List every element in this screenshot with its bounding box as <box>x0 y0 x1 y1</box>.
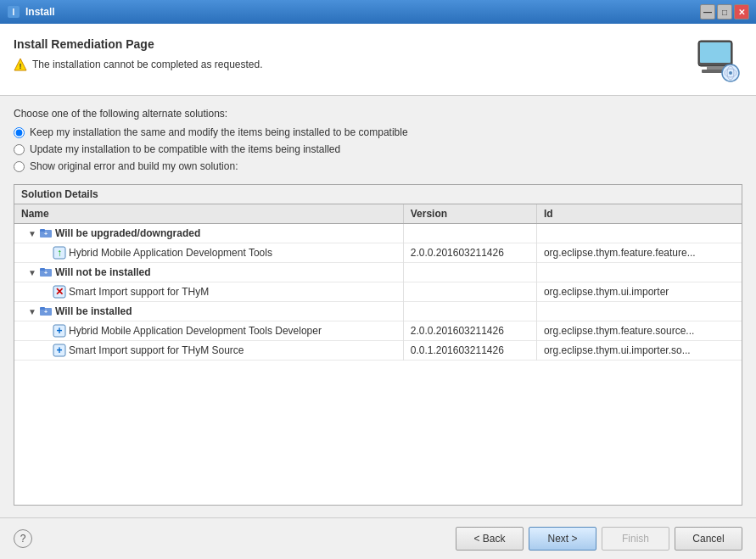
content-section: Choose one of the following alternate so… <box>0 96 756 517</box>
expand-icon: ▼ <box>28 268 36 277</box>
row-id <box>536 224 742 243</box>
svg-point-11 <box>729 71 732 75</box>
footer-buttons: < Back Next > Finish Cancel <box>456 527 742 551</box>
radio-option-3[interactable]: Show original error and build my own sol… <box>14 160 742 172</box>
solution-details-box: Solution Details Name Version Id ▼ <box>14 184 742 506</box>
radio-input-2[interactable] <box>14 144 25 155</box>
warning-message: The installation cannot be completed as … <box>32 59 263 70</box>
radio-input-1[interactable] <box>14 127 25 138</box>
tree-table[interactable]: Name Version Id ▼ + Will be upgraded/dow… <box>14 204 742 505</box>
warning-row: ! The installation cannot be completed a… <box>14 58 695 71</box>
spacer <box>42 249 50 258</box>
maximize-button[interactable]: □ <box>717 4 732 20</box>
install-icon: + <box>53 324 66 338</box>
radio-option-1[interactable]: Keep my installation the same and modify… <box>14 126 742 138</box>
row-version: 2.0.0.201603211426 <box>403 321 536 341</box>
title-bar-text: Install <box>25 6 55 18</box>
finish-button[interactable]: Finish <box>602 527 669 551</box>
svg-text:+: + <box>56 344 62 356</box>
row-id: org.eclipse.thym.ui.importer.so... <box>536 341 742 361</box>
header-graphic <box>695 37 742 85</box>
svg-rect-5 <box>700 42 731 63</box>
upgrade-icon: ↑ <box>53 246 66 260</box>
row-version: 2.0.0.201603211426 <box>403 243 536 263</box>
row-version: 0.0.1.201603211426 <box>403 341 536 361</box>
row-name: Hybrid Mobile Application Development To… <box>69 247 272 259</box>
header-section: Install Remediation Page ! The installat… <box>0 24 756 96</box>
radio-input-3[interactable] <box>14 161 25 172</box>
row-name: Will not be installed <box>55 266 151 278</box>
svg-text:+: + <box>44 231 48 237</box>
row-name: Smart Import support for THyM <box>69 286 209 298</box>
col-id: Id <box>536 204 742 224</box>
row-id: org.eclipse.thym.feature.source... <box>536 321 742 341</box>
app-icon: I <box>7 5 20 19</box>
radio-option-2[interactable]: Update my installation to be compatible … <box>14 143 742 155</box>
warning-icon: ! <box>14 58 27 71</box>
title-bar-controls: — □ ✕ <box>700 4 749 20</box>
row-id <box>536 263 742 282</box>
table-header-row: Name Version Id <box>14 204 742 224</box>
page-title: Install Remediation Page <box>14 37 695 51</box>
row-name: Will be upgraded/downgraded <box>55 227 200 239</box>
close-button[interactable]: ✕ <box>734 4 749 20</box>
spacer <box>42 327 50 336</box>
cancel-button[interactable]: Cancel <box>675 527 742 551</box>
table-row[interactable]: ▼ + Will be installed <box>14 302 742 321</box>
expand-icon: ▼ <box>28 307 36 316</box>
back-button[interactable]: < Back <box>456 527 524 551</box>
row-name: Hybrid Mobile Application Development To… <box>69 325 322 337</box>
table-row[interactable]: ✕ Smart Import support for THyM org.ecli… <box>14 282 742 302</box>
group-icon: + <box>39 226 53 240</box>
row-version <box>403 224 536 243</box>
remove-icon: ✕ <box>53 285 66 299</box>
expand-icon: ▼ <box>28 229 36 238</box>
spacer <box>42 346 50 355</box>
solution-table: Name Version Id ▼ + Will be upgraded/dow… <box>14 204 742 361</box>
svg-text:↑: ↑ <box>57 247 62 259</box>
svg-text:!: ! <box>20 62 22 70</box>
row-id <box>536 302 742 321</box>
table-row[interactable]: + Smart Import support for THyM Source 0… <box>14 341 742 361</box>
svg-text:✕: ✕ <box>55 286 64 298</box>
svg-text:+: + <box>44 270 48 276</box>
row-name: Smart Import support for THyM Source <box>69 344 244 356</box>
row-version <box>403 302 536 321</box>
help-button[interactable]: ? <box>14 529 32 548</box>
radio-label-3: Show original error and build my own sol… <box>30 160 238 172</box>
install-icon: + <box>53 344 66 357</box>
spacer <box>42 288 50 297</box>
footer-section: ? < Back Next > Finish Cancel <box>0 517 756 559</box>
row-id: org.eclipse.thym.feature.feature... <box>536 243 742 263</box>
col-version: Version <box>403 204 536 224</box>
svg-rect-6 <box>707 66 724 70</box>
title-bar: I Install — □ ✕ <box>0 0 756 24</box>
next-button[interactable]: Next > <box>529 527 596 551</box>
table-row[interactable]: ▼ + Will be upgraded/downgraded <box>14 224 742 243</box>
footer-left: ? <box>14 529 32 548</box>
svg-text:I: I <box>13 8 15 17</box>
dialog-body: Install Remediation Page ! The installat… <box>0 24 756 559</box>
table-row[interactable]: ↑ Hybrid Mobile Application Development … <box>14 243 742 263</box>
group-icon: + <box>39 305 53 318</box>
svg-text:+: + <box>56 325 62 337</box>
col-name: Name <box>14 204 403 224</box>
row-version <box>403 263 536 282</box>
table-row[interactable]: ▼ + Will not be installed <box>14 263 742 282</box>
row-version <box>403 282 536 302</box>
minimize-button[interactable]: — <box>700 4 715 20</box>
header-text-area: Install Remediation Page ! The installat… <box>14 37 695 71</box>
solution-details-header: Solution Details <box>14 185 742 204</box>
row-name: Will be installed <box>55 305 132 317</box>
row-id: org.eclipse.thym.ui.importer <box>536 282 742 302</box>
choose-label: Choose one of the following alternate so… <box>14 108 742 120</box>
svg-text:+: + <box>44 309 48 315</box>
group-icon: + <box>39 266 53 279</box>
radio-label-2: Update my installation to be compatible … <box>30 143 340 155</box>
radio-label-1: Keep my installation the same and modify… <box>30 126 408 138</box>
table-row[interactable]: + Hybrid Mobile Application Development … <box>14 321 742 341</box>
